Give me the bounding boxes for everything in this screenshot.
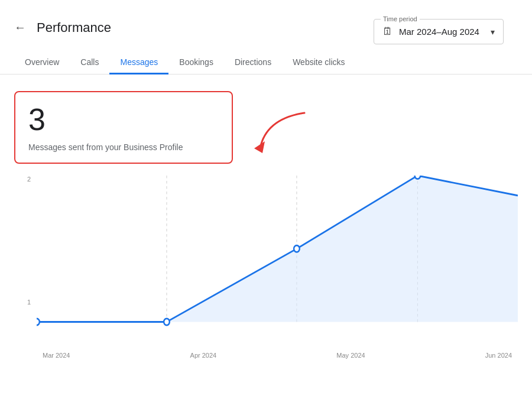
svg-marker-0 [254, 141, 265, 153]
y-axis-labels: 2 1 [14, 176, 31, 317]
tabs-bar: Overview Calls Messages Bookings Directi… [0, 51, 532, 74]
data-point-jun [415, 176, 421, 179]
calendar-icon: 🗓 [382, 25, 393, 38]
y-label-1: 1 [14, 299, 31, 306]
main-content: 3 Messages sent from your Business Profi… [0, 74, 532, 359]
y-label-2: 2 [14, 176, 31, 183]
tab-calls[interactable]: Calls [70, 51, 109, 74]
data-point-mar [37, 319, 40, 325]
data-point-apr [164, 319, 170, 325]
arrow-annotation [248, 107, 325, 180]
dropdown-arrow-icon: ▾ [491, 27, 495, 37]
chart-fill-area [37, 176, 518, 322]
stat-number: 3 [28, 103, 219, 137]
chart-area: 2 1 Mar 2024 Ap [14, 176, 518, 359]
data-point-may [294, 245, 300, 252]
time-period-value: Mar 2024–Aug 2024 [399, 27, 485, 37]
tab-overview[interactable]: Overview [14, 51, 70, 74]
time-period-select[interactable]: 🗓 Mar 2024–Aug 2024 ▾ [374, 19, 504, 44]
stat-label: Messages sent from your Business Profile [28, 142, 219, 152]
back-icon: ← [14, 21, 26, 34]
arrow-svg [248, 107, 325, 178]
line-chart-svg [37, 176, 518, 335]
page-title: Performance [37, 20, 374, 35]
x-label-jun: Jun 2024 [485, 352, 512, 359]
tab-messages[interactable]: Messages [109, 51, 168, 74]
tab-bookings[interactable]: Bookings [168, 51, 224, 74]
back-button[interactable]: ← [12, 18, 28, 37]
x-axis-labels: Mar 2024 Apr 2024 May 2024 Jun 2024 [37, 352, 518, 359]
time-period-label: Time period [381, 15, 420, 22]
time-period-wrapper: Time period 🗓 Mar 2024–Aug 2024 ▾ [374, 11, 504, 44]
header: ← Performance Time period 🗓 Mar 2024–Aug… [0, 0, 532, 51]
x-label-may: May 2024 [336, 352, 365, 359]
chart-svg-wrapper [37, 176, 518, 335]
stat-card: 3 Messages sent from your Business Profi… [14, 91, 233, 164]
tab-directions[interactable]: Directions [224, 51, 282, 74]
tab-website-clicks[interactable]: Website clicks [282, 51, 355, 74]
x-label-mar: Mar 2024 [43, 352, 70, 359]
x-label-apr: Apr 2024 [190, 352, 217, 359]
